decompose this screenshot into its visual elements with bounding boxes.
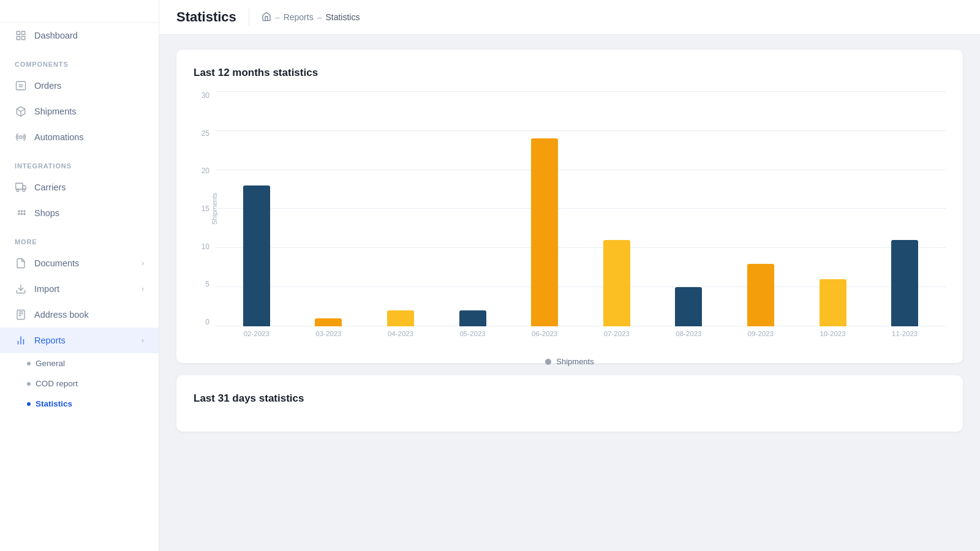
doc-icon	[15, 257, 27, 269]
sidebar-item-reports[interactable]: Reports ›	[0, 328, 159, 353]
reports-arrow: ›	[141, 336, 144, 345]
sidebar-section-integrations: INTEGRATIONS	[0, 150, 159, 174]
svg-point-11	[17, 189, 19, 192]
y-label-30: 30	[202, 91, 209, 100]
sidebar-item-automations-label: Automations	[34, 132, 144, 142]
bar-03-2023[interactable]	[315, 318, 342, 326]
topbar: Statistics – Reports – Statistics	[159, 0, 980, 35]
sidebar-item-documents-label: Documents	[34, 258, 134, 268]
bar-10-2023[interactable]	[820, 279, 846, 326]
svg-point-18	[24, 213, 25, 214]
general-bullet	[27, 362, 31, 365]
x-label-08-2023: 08-2023	[653, 330, 725, 348]
svg-rect-1	[22, 31, 25, 34]
topbar-divider	[249, 9, 249, 26]
y-label-5: 5	[205, 280, 209, 288]
breadcrumb: – Reports – Statistics	[262, 12, 360, 23]
svg-point-8	[20, 136, 23, 139]
sidebar-item-address-book-label: Address book	[34, 310, 144, 320]
main-content: Statistics – Reports – Statistics Last 1…	[159, 0, 980, 551]
bar-08-2023[interactable]	[675, 287, 702, 326]
x-label-07-2023: 07-2023	[581, 330, 653, 348]
x-label-05-2023: 05-2023	[437, 330, 509, 348]
sidebar-item-documents[interactable]: Documents ›	[0, 250, 159, 276]
sidebar-item-shops-label: Shops	[34, 208, 144, 218]
bar-11-2023[interactable]	[891, 240, 918, 326]
chart-31-days-card: Last 31 days statistics	[176, 375, 963, 432]
x-labels-container: 02-202303-202304-202305-202306-202307-20…	[216, 326, 946, 348]
x-label-10-2023: 10-2023	[797, 330, 869, 348]
bar-07-2023[interactable]	[603, 240, 630, 326]
sidebar-item-carriers-label: Carriers	[34, 182, 144, 192]
y-label-20: 20	[202, 167, 209, 175]
sidebar-sub-statistics[interactable]: Statistics	[0, 394, 159, 414]
sidebar-sub-cod-label: COD report	[36, 379, 78, 388]
box-icon	[15, 105, 27, 118]
sidebar-logo	[0, 0, 159, 23]
sidebar-item-automations[interactable]: Automations	[0, 124, 159, 150]
x-label-11-2023: 11-2023	[869, 330, 941, 348]
grid-icon	[15, 29, 27, 42]
chart-legend: Shipments	[194, 357, 946, 366]
bar-06-2023[interactable]	[531, 138, 558, 326]
svg-rect-0	[17, 31, 20, 34]
svg-point-16	[21, 213, 22, 214]
sidebar-item-dashboard[interactable]: Dashboard	[0, 23, 159, 48]
truck-icon	[15, 181, 27, 193]
svg-point-13	[18, 211, 20, 212]
bar-05-2023[interactable]	[459, 310, 486, 326]
y-label-10: 10	[202, 242, 209, 251]
automations-icon	[15, 131, 27, 143]
svg-rect-2	[17, 37, 20, 40]
sidebar-item-import-label: Import	[34, 284, 134, 294]
svg-rect-4	[17, 81, 26, 90]
sidebar-section-components: COMPONENTS	[0, 48, 159, 73]
orders-icon	[15, 80, 27, 92]
sidebar-item-carriers[interactable]: Carriers	[0, 174, 159, 200]
page-title: Statistics	[176, 9, 236, 25]
sidebar-item-orders-label: Orders	[34, 81, 144, 91]
sidebar-sub-general-label: General	[36, 359, 65, 368]
y-label-0: 0	[205, 318, 209, 326]
chart-31-title: Last 31 days statistics	[194, 392, 946, 405]
reports-icon	[15, 334, 27, 347]
svg-rect-20	[17, 310, 24, 320]
chart-12-months-card: Last 12 months statistics 30 25 20 15 10…	[176, 50, 963, 363]
x-label-02-2023: 02-2023	[221, 330, 293, 348]
svg-rect-3	[22, 37, 25, 40]
chart-12-title: Last 12 months statistics	[194, 67, 946, 79]
sidebar-sub-general[interactable]: General	[0, 353, 159, 373]
y-label-15: 15	[202, 204, 209, 213]
svg-rect-9	[16, 183, 23, 189]
documents-arrow: ›	[141, 259, 144, 268]
sidebar-item-orders[interactable]: Orders	[0, 73, 159, 99]
sidebar-item-address-book[interactable]: Address book	[0, 302, 159, 328]
sidebar-item-import[interactable]: Import ›	[0, 276, 159, 302]
svg-marker-10	[23, 186, 26, 189]
breadcrumb-sep2: –	[317, 12, 322, 22]
content-area: Last 12 months statistics 30 25 20 15 10…	[159, 35, 980, 446]
sidebar-item-dashboard-label: Dashboard	[34, 31, 144, 40]
sidebar-item-reports-label: Reports	[34, 335, 134, 345]
chart-12-inner: 30 25 20 15 10 5 0 Shipments	[194, 91, 946, 348]
statistics-bullet	[27, 402, 31, 406]
address-book-icon	[15, 309, 27, 321]
x-label-04-2023: 04-2023	[364, 330, 437, 348]
sidebar-section-more: MORE	[0, 226, 159, 250]
sidebar-item-shipments[interactable]: Shipments	[0, 99, 159, 124]
svg-point-14	[18, 213, 20, 214]
breadcrumb-sep1: –	[275, 12, 280, 22]
svg-point-12	[23, 189, 25, 192]
bar-09-2023[interactable]	[747, 264, 774, 326]
x-label-06-2023: 06-2023	[508, 330, 581, 348]
sidebar-item-shipments-label: Shipments	[34, 107, 144, 116]
home-icon[interactable]	[262, 12, 271, 23]
bar-04-2023[interactable]	[387, 310, 414, 326]
sidebar-item-shops[interactable]: Shops	[0, 200, 159, 226]
x-label-03-2023: 03-2023	[293, 330, 365, 348]
breadcrumb-reports[interactable]: Reports	[284, 12, 314, 22]
shop-icon	[15, 207, 27, 219]
sidebar-sub-cod-report[interactable]: COD report	[0, 373, 159, 394]
bar-02-2023[interactable]	[243, 186, 270, 326]
bars-container	[216, 91, 946, 326]
